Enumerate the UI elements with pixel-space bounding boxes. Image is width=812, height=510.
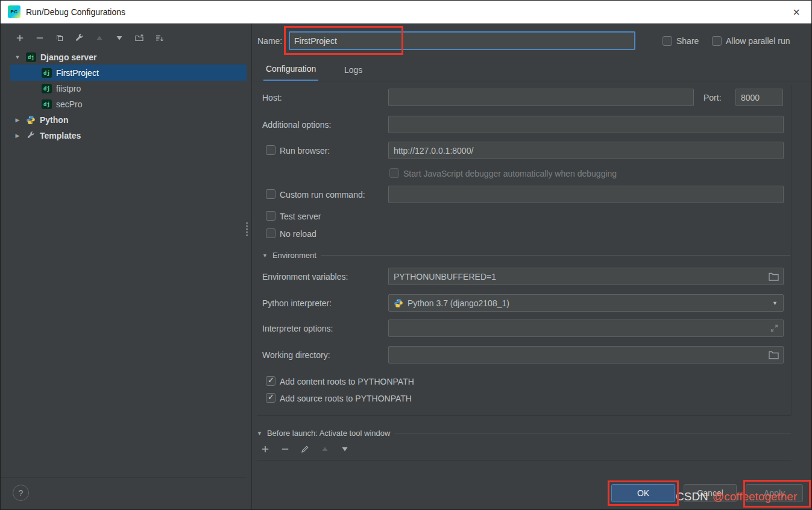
- python-interpreter-value: Python 3.7 (django2108_1): [408, 298, 509, 308]
- chevron-down-icon: [262, 253, 268, 259]
- run-browser-checkbox[interactable]: [266, 145, 275, 155]
- configurations-sidebar: dj Django server dj FirstProject dj fiis…: [1, 24, 252, 509]
- custom-run-command-field: [388, 186, 784, 203]
- python-icon: [394, 298, 403, 308]
- sort-icon[interactable]: [154, 33, 164, 43]
- js-debugger-label: Start JavaScript debugger automatically …: [403, 165, 617, 182]
- before-launch-divider: [257, 460, 791, 461]
- help-glyph: ?: [19, 488, 24, 498]
- tab-logs[interactable]: Logs: [342, 58, 365, 81]
- remove-icon[interactable]: [35, 33, 45, 43]
- move-up-icon[interactable]: [95, 33, 104, 43]
- js-debugger-checkbox[interactable]: [389, 168, 399, 178]
- environment-section-header[interactable]: Environment: [262, 247, 790, 264]
- share-label: Share: [676, 32, 699, 49]
- env-variables-field: [388, 268, 784, 285]
- env-variables-label: Environment variables:: [262, 268, 348, 285]
- tab-configuration[interactable]: Configuration: [263, 58, 318, 81]
- port-input[interactable]: [736, 89, 782, 105]
- environment-section-label: Environment: [272, 251, 316, 260]
- python-icon: [26, 115, 36, 125]
- interpreter-options-input[interactable]: [389, 320, 770, 336]
- add-source-roots-checkbox[interactable]: [266, 393, 275, 403]
- tree-item-secpro[interactable]: dj secPro: [1, 96, 252, 112]
- env-variables-input[interactable]: [389, 268, 769, 285]
- python-interpreter-label: Python interpreter:: [262, 294, 332, 312]
- no-reload-checkbox[interactable]: [266, 228, 275, 238]
- tab-label: Logs: [344, 65, 362, 75]
- share-checkbox[interactable]: [663, 36, 672, 46]
- sidebar-bottom-divider: [1, 477, 247, 477]
- chevron-right-icon[interactable]: [14, 133, 21, 139]
- apply-button[interactable]: Apply: [746, 484, 803, 502]
- tree-item-templates[interactable]: Templates: [1, 127, 252, 143]
- add-source-roots-label: Add source roots to PYTHONPATH: [280, 389, 412, 407]
- help-button[interactable]: ?: [13, 485, 29, 501]
- name-input[interactable]: [290, 33, 634, 49]
- name-label: Name:: [257, 32, 282, 49]
- allow-parallel-label: Allow parallel run: [726, 32, 790, 49]
- ok-button[interactable]: OK: [611, 484, 675, 502]
- section-rule: [395, 433, 791, 433]
- chevron-down-icon[interactable]: [14, 54, 21, 60]
- browse-folder-icon[interactable]: [769, 351, 779, 359]
- close-icon[interactable]: ×: [788, 4, 804, 20]
- name-field: [289, 31, 635, 50]
- tab-label: Configuration: [266, 64, 316, 74]
- add-content-roots-checkbox[interactable]: [266, 376, 275, 386]
- tree-item-label: FirstProject: [56, 68, 99, 78]
- interpreter-options-label: Interpreter options:: [262, 320, 333, 337]
- tree-item-label: Django server: [40, 52, 96, 62]
- wrench-icon: [26, 131, 36, 140]
- cancel-button[interactable]: Cancel: [684, 484, 737, 502]
- custom-run-command-input[interactable]: [389, 186, 783, 203]
- remove-task-icon[interactable]: [280, 444, 290, 454]
- expand-field-icon[interactable]: [770, 324, 779, 333]
- custom-run-command-checkbox[interactable]: [266, 189, 275, 199]
- working-directory-input[interactable]: [389, 347, 769, 363]
- add-content-roots-label: Add content roots to PYTHONPATH: [280, 373, 414, 390]
- port-field: [735, 89, 783, 106]
- interpreter-options-field: [388, 320, 784, 337]
- additional-options-input[interactable]: [389, 116, 783, 133]
- tree-item-label: Templates: [40, 131, 81, 140]
- before-launch-section-header[interactable]: Before launch: Activate tool window: [257, 424, 791, 442]
- python-interpreter-select[interactable]: Python 3.7 (django2108_1): [388, 294, 784, 312]
- host-field: [388, 89, 694, 106]
- test-server-checkbox[interactable]: [266, 211, 275, 221]
- chevron-right-icon[interactable]: [14, 117, 21, 123]
- allow-parallel-checkbox[interactable]: [712, 36, 722, 46]
- cancel-button-label: Cancel: [697, 488, 723, 498]
- window-title: Run/Debug Configurations: [26, 7, 125, 17]
- add-task-icon[interactable]: [260, 444, 270, 454]
- chevron-down-icon: [257, 430, 262, 436]
- scrollbar-track[interactable]: [792, 85, 792, 415]
- tree-item-django-server[interactable]: dj Django server: [1, 49, 252, 65]
- move-task-down-icon[interactable]: [340, 444, 350, 454]
- django-icon: dj: [42, 68, 52, 78]
- pycharm-logo-icon: PC: [8, 5, 20, 18]
- host-label: Host:: [262, 89, 282, 106]
- browse-env-vars-icon[interactable]: [769, 272, 779, 281]
- edit-task-pencil-icon[interactable]: [300, 444, 310, 454]
- move-task-up-icon[interactable]: [320, 444, 330, 454]
- add-icon[interactable]: [15, 33, 25, 43]
- copy-icon[interactable]: [55, 33, 65, 43]
- working-directory-field: [388, 346, 784, 364]
- ok-button-label: OK: [637, 488, 649, 498]
- tree-item-python[interactable]: Python: [1, 112, 252, 128]
- host-input[interactable]: [389, 89, 693, 105]
- run-browser-url-input[interactable]: [389, 142, 783, 159]
- run-browser-label: Run browser:: [280, 142, 330, 159]
- move-down-icon[interactable]: [115, 33, 124, 43]
- tree-item-fiistpro[interactable]: dj fiistpro: [1, 80, 252, 96]
- before-launch-toolbar: [260, 444, 350, 454]
- edit-templates-wrench-icon[interactable]: [75, 33, 84, 43]
- section-rule: [321, 255, 790, 256]
- django-icon: dj: [42, 84, 52, 93]
- custom-run-command-label: Custom run command:: [280, 186, 365, 203]
- splitter-handle[interactable]: [246, 222, 248, 237]
- tree-item-label: Python: [40, 115, 68, 125]
- tree-item-firstproject[interactable]: dj FirstProject: [10, 65, 247, 81]
- new-folder-icon[interactable]: [134, 33, 144, 43]
